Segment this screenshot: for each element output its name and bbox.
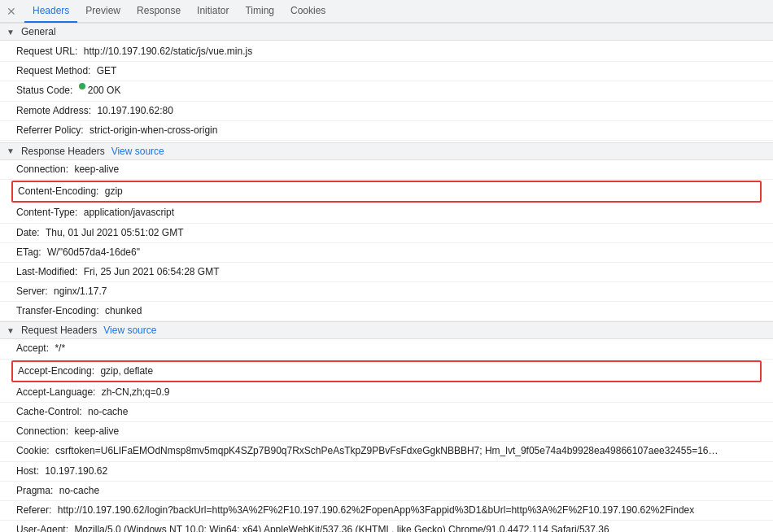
field-value-accept: */*: [55, 341, 65, 356]
response-server-row: Server: nginx/1.17.7: [0, 282, 773, 302]
field-value-server: nginx/1.17.7: [54, 284, 107, 299]
status-green-dot: [79, 83, 85, 89]
field-value-status-code: 200 OK: [88, 83, 121, 98]
field-name-request-url: Request URL:: [16, 44, 77, 59]
response-etag-row: ETag: W/"60d57da4-16de6": [0, 243, 773, 263]
field-value-transfer-encoding: chunked: [105, 303, 142, 319]
general-request-method: Request Method: GET: [0, 62, 773, 81]
close-icon[interactable]: ✕: [3, 5, 20, 18]
field-value-cookie: csrftoken=U6LIFaEMOdNmsp8mv5mqpK4SZp7B90…: [55, 443, 723, 459]
general-section-title: General: [21, 26, 56, 37]
field-value-content-encoding: gzip: [105, 184, 123, 199]
field-value-date: Thu, 01 Jul 2021 05:51:02 GMT: [46, 225, 183, 241]
field-name-request-connection: Connection:: [16, 424, 68, 439]
request-connection-row: Connection: keep-alive: [0, 422, 773, 442]
field-value-accept-language: zh-CN,zh;q=0.9: [102, 385, 170, 400]
field-value-etag: W/"60d57da4-16de6": [47, 245, 140, 260]
response-view-source-link[interactable]: View source: [111, 146, 164, 157]
response-connection-row: Connection: keep-alive: [0, 160, 773, 180]
response-triangle-icon: ▼: [7, 146, 15, 155]
general-section-header: ▼ General: [0, 23, 773, 41]
field-value-remote-address: 10.197.190.62:80: [97, 103, 173, 119]
field-value-request-url: http://10.197.190.62/static/js/vue.min.j…: [84, 44, 252, 59]
general-referrer-policy: Referrer Policy: strict-origin-when-cros…: [0, 121, 773, 141]
field-name-pragma: Pragma:: [16, 483, 53, 499]
field-name-cookie: Cookie:: [16, 443, 50, 459]
tab-timing[interactable]: Timing: [237, 0, 282, 23]
field-name-content-type: Content-Type:: [16, 205, 77, 220]
field-value-last-modified: Fri, 25 Jun 2021 06:54:28 GMT: [84, 264, 220, 280]
request-headers-section-title: Request Headers: [21, 325, 97, 336]
request-referer-row: Referer: http://10.197.190.62/login?back…: [0, 501, 773, 521]
field-value-cache-control: no-cache: [88, 404, 128, 420]
field-value-content-type: application/javascript: [84, 205, 174, 220]
general-remote-address: Remote Address: 10.197.190.62:80: [0, 102, 773, 121]
tab-initiator[interactable]: Initiator: [189, 0, 237, 23]
field-name-date: Date:: [16, 225, 40, 241]
response-last-modified-row: Last-Modified: Fri, 25 Jun 2021 06:54:28…: [0, 263, 773, 282]
field-name-accept-language: Accept-Language:: [16, 385, 95, 400]
response-content-type-row: Content-Type: application/javascript: [0, 203, 773, 223]
field-value-referer: http://10.197.190.62/login?backUrl=http%…: [58, 503, 695, 518]
response-date-row: Date: Thu, 01 Jul 2021 05:51:02 GMT: [0, 224, 773, 243]
field-value-referrer-policy: strict-origin-when-cross-origin: [90, 123, 217, 138]
request-accept-encoding-highlighted: Accept-Encoding: gzip, deflate: [11, 360, 762, 382]
field-name-host: Host:: [16, 464, 39, 479]
field-name-cache-control: Cache-Control:: [16, 404, 82, 420]
tab-headers[interactable]: Headers: [24, 0, 77, 23]
field-value-request-connection: keep-alive: [74, 424, 119, 439]
tab-bar: ✕ Headers Preview Response Initiator Tim…: [0, 0, 773, 23]
field-name-etag: ETag:: [16, 245, 41, 260]
field-name-accept: Accept:: [16, 341, 49, 356]
field-name-status-code: Status Code:: [16, 83, 72, 98]
field-value-host: 10.197.190.62: [45, 464, 107, 479]
general-request-url: Request URL: http://10.197.190.62/static…: [0, 42, 773, 62]
request-cache-control-row: Cache-Control: no-cache: [0, 403, 773, 422]
request-cookie-row: Cookie: csrftoken=U6LIFaEMOdNmsp8mv5mqpK…: [0, 442, 773, 461]
tab-cookies[interactable]: Cookies: [282, 0, 334, 23]
field-name-server: Server:: [16, 284, 48, 299]
request-user-agent-row: User-Agent: Mozilla/5.0 (Windows NT 10.0…: [0, 521, 773, 532]
response-headers-section-title: Response Headers: [21, 146, 105, 157]
general-triangle-icon: ▼: [7, 28, 15, 37]
general-status-code: Status Code: 200 OK: [0, 81, 773, 101]
response-content-encoding-highlighted: Content-Encoding: gzip: [11, 181, 762, 203]
request-accept-language-row: Accept-Language: zh-CN,zh;q=0.9: [0, 383, 773, 403]
tab-response[interactable]: Response: [129, 0, 189, 23]
field-value-connection: keep-alive: [74, 162, 119, 177]
field-name-last-modified: Last-Modified:: [16, 264, 77, 280]
request-accept-row: Accept: */*: [0, 339, 773, 359]
field-value-request-method: GET: [97, 63, 117, 79]
request-view-source-link[interactable]: View source: [103, 325, 156, 336]
field-name-remote-address: Remote Address:: [16, 103, 91, 119]
general-fields: Request URL: http://10.197.190.62/static…: [0, 41, 773, 142]
field-name-user-agent: User-Agent:: [16, 522, 68, 532]
field-name-content-encoding: Content-Encoding:: [18, 184, 98, 199]
content-area: ▼ General Request URL: http://10.197.190…: [0, 23, 773, 532]
request-headers-section-header: ▼ Request Headers View source: [0, 321, 773, 339]
devtools-panel: ✕ Headers Preview Response Initiator Tim…: [0, 0, 773, 532]
field-name-transfer-encoding: Transfer-Encoding:: [16, 303, 99, 319]
request-triangle-icon: ▼: [7, 326, 15, 335]
response-headers-section-header: ▼ Response Headers View source: [0, 142, 773, 160]
field-name-connection: Connection:: [16, 162, 68, 177]
response-content-encoding-row: Content-Encoding: gzip: [18, 183, 755, 200]
field-name-referrer-policy: Referrer Policy:: [16, 123, 84, 138]
request-pragma-row: Pragma: no-cache: [0, 482, 773, 501]
field-name-request-method: Request Method:: [16, 63, 90, 79]
tab-preview[interactable]: Preview: [77, 0, 129, 23]
request-accept-encoding-row: Accept-Encoding: gzip, deflate: [18, 363, 755, 380]
response-transfer-encoding-row: Transfer-Encoding: chunked: [0, 302, 773, 321]
field-value-user-agent: Mozilla/5.0 (Windows NT 10.0; Win64; x64…: [74, 522, 609, 532]
field-value-accept-encoding: gzip, deflate: [100, 364, 153, 379]
request-host-row: Host: 10.197.190.62: [0, 462, 773, 482]
field-name-accept-encoding: Accept-Encoding:: [18, 364, 94, 379]
field-name-referer: Referer:: [16, 503, 51, 518]
field-value-pragma: no-cache: [59, 483, 99, 499]
